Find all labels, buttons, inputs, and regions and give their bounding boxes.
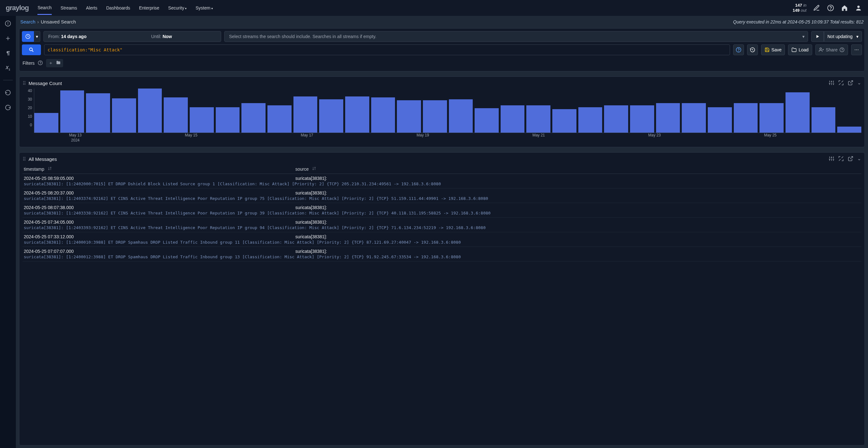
svg-point-2 [857, 6, 860, 8]
redo-icon[interactable] [5, 104, 11, 111]
bar[interactable] [682, 103, 706, 132]
chevron-down-icon: ▾ [802, 34, 805, 39]
nav-dashboards[interactable]: Dashboards [106, 2, 130, 14]
info-icon[interactable] [5, 20, 11, 28]
logo[interactable]: graylog [6, 4, 29, 12]
bar[interactable] [60, 90, 84, 132]
bar[interactable] [371, 97, 395, 132]
breadcrumb-root[interactable]: Search [20, 19, 35, 24]
bar[interactable] [552, 109, 577, 132]
bar[interactable] [190, 107, 214, 132]
chevron-down-icon[interactable]: ⌄ [857, 80, 861, 87]
bar-chart[interactable]: 403020100 [23, 89, 861, 133]
table-row[interactable]: 2024-05-25 07:34:05.000suricata[38381]:s… [23, 218, 861, 232]
bar[interactable] [630, 105, 654, 132]
table-row[interactable]: 2024-05-25 07:33:12.000suricata[38381]:s… [23, 232, 861, 247]
table-row[interactable]: 2024-05-25 08:59:05.000suricata[38381]:s… [23, 174, 861, 188]
bar[interactable] [423, 100, 447, 132]
nav-streams[interactable]: Streams [61, 2, 77, 14]
filters-help-icon[interactable] [38, 60, 43, 66]
expand-icon[interactable] [838, 156, 844, 162]
home-icon[interactable] [841, 4, 848, 12]
bar[interactable] [319, 99, 343, 132]
query-input[interactable] [44, 44, 730, 55]
streams-select[interactable]: Select streams the search should include… [224, 31, 808, 42]
bar[interactable] [475, 108, 499, 132]
history-icon[interactable] [747, 44, 758, 55]
time-preset-dropdown[interactable]: ▾ [34, 31, 40, 42]
user-icon[interactable] [855, 4, 862, 12]
sort-icon[interactable] [312, 166, 316, 172]
variable-icon[interactable]: X1 [6, 65, 10, 71]
bar[interactable] [734, 103, 758, 132]
bar[interactable] [708, 107, 732, 132]
refresh-interval-select[interactable]: Not updating▾ [824, 31, 862, 42]
nav-enterprise[interactable]: Enterprise [139, 2, 159, 14]
table-row[interactable]: 2024-05-25 08:07:38.000suricata[38381]:s… [23, 203, 861, 218]
nav-security[interactable]: Security [168, 2, 187, 14]
refresh-play-button[interactable] [811, 31, 824, 42]
bar[interactable] [604, 105, 628, 132]
sort-icon[interactable] [48, 166, 52, 172]
chevron-down-icon[interactable]: ⌄ [857, 156, 861, 162]
column-timestamp[interactable]: timestamp [24, 167, 44, 172]
svg-point-6 [30, 48, 32, 51]
svg-point-9 [820, 48, 822, 50]
table-row[interactable]: 2024-05-25 07:07:07.000suricata[38381]:s… [23, 247, 861, 262]
save-button[interactable]: Save [761, 44, 785, 55]
nav-search[interactable]: Search [37, 1, 52, 15]
external-link-icon[interactable] [848, 80, 854, 87]
bar[interactable] [268, 105, 291, 132]
bar[interactable] [526, 105, 551, 132]
bar[interactable] [811, 107, 836, 132]
bar[interactable] [656, 103, 680, 132]
external-link-icon[interactable] [848, 156, 854, 162]
svg-point-1 [831, 9, 831, 9]
drag-handle-icon[interactable]: ⠿ [23, 81, 26, 86]
bar[interactable] [34, 113, 58, 132]
bar[interactable] [86, 93, 110, 132]
plus-icon[interactable] [5, 35, 11, 42]
load-button[interactable]: Load [788, 44, 812, 55]
table-header: timestamp source [23, 165, 861, 174]
sliders-icon[interactable] [829, 156, 834, 162]
help-icon[interactable] [827, 4, 834, 12]
message-count-widget: ⠿ Message Count ⌄ 403020100 May 132024Ma… [19, 77, 865, 147]
undo-icon[interactable] [5, 89, 11, 96]
breadcrumb-current: Unsaved Search [41, 19, 76, 24]
scratchpad-icon[interactable] [813, 4, 820, 12]
folder-icon[interactable] [56, 60, 61, 66]
bar[interactable] [164, 97, 188, 132]
query-help-icon[interactable] [733, 44, 744, 55]
bar[interactable] [112, 98, 136, 132]
sliders-icon[interactable] [829, 80, 834, 87]
bar[interactable] [837, 127, 861, 132]
bar[interactable] [785, 92, 810, 132]
bar[interactable] [138, 89, 162, 132]
nav-system[interactable]: System [195, 2, 213, 14]
bar[interactable] [449, 99, 473, 132]
more-icon[interactable]: ⋯ [851, 44, 862, 55]
main-content: Search › Unsaved Search Query executed i… [16, 16, 868, 448]
bar[interactable] [501, 105, 525, 132]
paragraph-icon[interactable] [5, 50, 11, 57]
search-button[interactable] [22, 44, 41, 55]
column-source[interactable]: source [296, 167, 309, 172]
nav-alerts[interactable]: Alerts [86, 2, 97, 14]
bar[interactable] [578, 107, 602, 132]
bar[interactable] [241, 103, 266, 132]
bar[interactable] [345, 96, 369, 132]
bar[interactable] [216, 107, 240, 132]
expand-icon[interactable] [838, 80, 844, 87]
drag-handle-icon[interactable]: ⠿ [23, 156, 26, 162]
time-range[interactable]: From: 14 days ago Until:Now [43, 31, 221, 42]
time-preset-button[interactable] [22, 31, 34, 42]
share-button[interactable]: Share [815, 44, 848, 55]
table-row[interactable]: 2024-05-25 08:20:37.000suricata[38381]:s… [23, 188, 861, 203]
bar[interactable] [293, 96, 317, 132]
message-list[interactable]: 2024-05-25 08:59:05.000suricata[38381]:s… [23, 174, 861, 262]
add-filter-icon[interactable]: ＋ [49, 60, 53, 66]
bar[interactable] [397, 100, 421, 132]
bar[interactable] [760, 103, 784, 132]
exec-info: Query executed in 22ms at 2024-05-25 10:… [733, 19, 864, 24]
